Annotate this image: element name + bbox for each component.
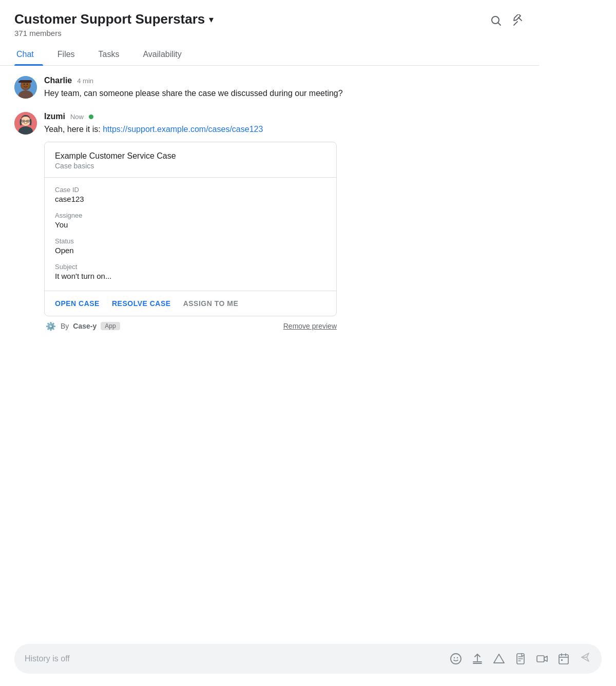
case-link[interactable]: https://support.example.com/cases/case12… [103, 125, 263, 134]
izumi-time: Now [70, 113, 84, 121]
field-subject: Subject It won't turn on... [55, 263, 326, 280]
attribution-by: By [61, 322, 69, 330]
assignee-label: Assignee [55, 212, 326, 219]
izumi-message-body: Izumi Now Yeah, here it is: https://supp… [44, 112, 337, 332]
field-status: Status Open [55, 237, 326, 255]
video-icon[interactable] [536, 653, 539, 665]
attribution-left: ⚙️ By Case-y App [45, 320, 120, 332]
subject-value: It won't turn on... [55, 272, 326, 280]
case-card-subtitle: Case basics [55, 162, 326, 170]
charlie-sender: Charlie [44, 76, 72, 85]
message-charlie: Charlie 4 min Hey team, can someone plea… [14, 76, 525, 100]
input-placeholder: History is off [25, 654, 450, 663]
charlie-time: 4 min [77, 77, 93, 85]
message-izumi: Izumi Now Yeah, here it is: https://supp… [14, 112, 525, 332]
bottom-bar-icons [450, 651, 539, 666]
header-icons [490, 11, 525, 30]
charlie-message-body: Charlie 4 min Hey team, can someone plea… [44, 76, 343, 100]
field-case-id: Case ID case123 [55, 186, 326, 203]
member-count: 371 members [14, 29, 214, 37]
case-id-value: case123 [55, 195, 326, 203]
tab-chat[interactable]: Chat [14, 45, 43, 65]
online-indicator [89, 115, 93, 119]
izumi-header: Izumi Now [44, 112, 337, 121]
case-card-actions: OPEN CASE RESOLVE CASE ASSIGN TO ME [45, 291, 336, 316]
tab-availability[interactable]: Availability [141, 45, 190, 65]
svg-point-7 [24, 84, 25, 85]
subject-label: Subject [55, 263, 326, 271]
izumi-text: Yeah, here it is: https://support.exampl… [44, 123, 337, 136]
izumi-sender: Izumi [44, 112, 65, 121]
svg-point-19 [451, 654, 461, 664]
status-label: Status [55, 237, 326, 245]
avatar-izumi [14, 112, 37, 135]
remove-preview-button[interactable]: Remove preview [283, 322, 337, 330]
case-id-label: Case ID [55, 186, 326, 194]
drive-icon[interactable] [493, 653, 505, 665]
svg-line-1 [498, 23, 501, 26]
bottom-bar: History is off [14, 644, 539, 674]
charlie-header: Charlie 4 min [44, 76, 343, 85]
tab-tasks[interactable]: Tasks [97, 45, 129, 65]
svg-line-2 [514, 22, 517, 25]
case-card-header: Example Customer Service Case Case basic… [45, 142, 336, 178]
header-title: Customer Support Superstars ▾ [14, 11, 214, 27]
svg-point-21 [457, 657, 458, 658]
svg-rect-26 [537, 656, 539, 662]
svg-point-17 [23, 121, 24, 122]
docs-icon[interactable] [514, 653, 527, 665]
app-attribution: ⚙️ By Case-y App Remove preview [44, 320, 337, 332]
charlie-text: Hey team, can someone please share the c… [44, 87, 343, 100]
svg-point-8 [27, 84, 28, 85]
tabs: Chat Files Tasks Availability [0, 45, 539, 66]
group-name: Customer Support Superstars [14, 11, 205, 27]
search-icon[interactable] [490, 14, 502, 30]
casey-logo-icon: ⚙️ [45, 320, 56, 332]
svg-point-20 [454, 657, 455, 658]
field-assignee: Assignee You [55, 212, 326, 229]
pin-icon[interactable] [512, 14, 525, 30]
emoji-icon[interactable] [450, 653, 462, 665]
case-card-body: Case ID case123 Assignee You Status Open… [45, 178, 336, 291]
dropdown-icon[interactable]: ▾ [209, 14, 214, 25]
open-case-button[interactable]: OPEN CASE [55, 299, 100, 308]
assign-to-me-button[interactable]: ASSIGN TO ME [183, 299, 239, 308]
header: Customer Support Superstars ▾ 371 member… [0, 0, 539, 37]
app-badge: App [101, 322, 120, 330]
svg-point-18 [27, 121, 28, 122]
case-card: Example Customer Service Case Case basic… [44, 142, 337, 316]
svg-rect-10 [18, 81, 22, 83]
tab-files[interactable]: Files [55, 45, 84, 65]
avatar-charlie [14, 76, 37, 99]
chat-area: Charlie 4 min Hey team, can someone plea… [0, 66, 539, 332]
resolve-case-button[interactable]: RESOLVE CASE [112, 299, 171, 308]
attribution-app-name: Case-y [73, 322, 97, 330]
assignee-value: You [55, 220, 326, 229]
header-left: Customer Support Superstars ▾ 371 member… [14, 11, 214, 37]
status-value: Open [55, 246, 326, 255]
case-card-title: Example Customer Service Case [55, 151, 326, 161]
upload-icon[interactable] [471, 653, 484, 665]
